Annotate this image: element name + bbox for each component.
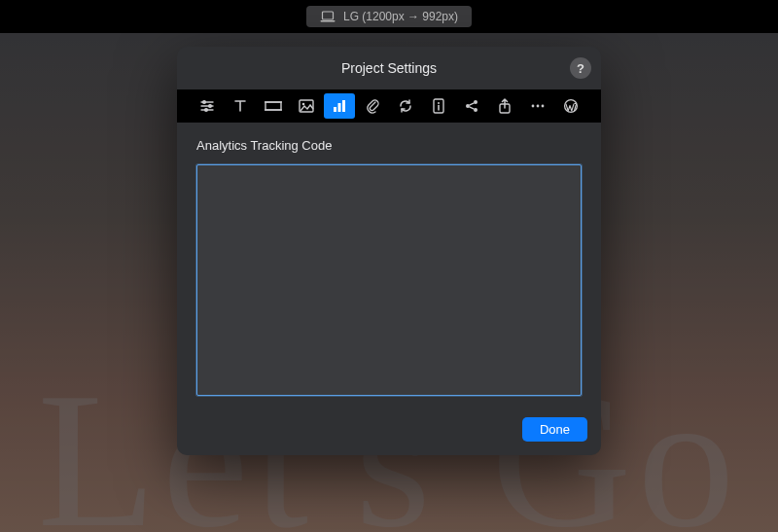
modal-title: Project Settings — [341, 60, 437, 76]
text-icon[interactable] — [225, 93, 256, 119]
analytics-code-textarea[interactable] — [196, 164, 582, 396]
svg-point-6 — [209, 105, 212, 108]
svg-rect-14 — [338, 103, 341, 112]
info-icon[interactable] — [423, 93, 454, 119]
svg-rect-8 — [265, 102, 281, 110]
svg-point-26 — [537, 105, 540, 108]
attachment-icon[interactable] — [357, 93, 388, 119]
svg-rect-13 — [334, 107, 336, 112]
modal-header: Project Settings ? — [177, 47, 601, 89]
settings-sliders-icon[interactable] — [192, 93, 223, 119]
image-icon[interactable] — [291, 93, 322, 119]
analytics-code-label: Analytics Tracking Code — [196, 138, 582, 153]
breakpoint-indicator[interactable]: LG (1200px → 992px) — [306, 6, 472, 27]
svg-rect-0 — [322, 12, 333, 19]
svg-rect-15 — [342, 100, 345, 112]
project-settings-modal: Project Settings ? — [177, 47, 601, 455]
share-icon[interactable] — [456, 93, 487, 119]
svg-point-25 — [532, 105, 535, 108]
upload-icon[interactable] — [489, 93, 520, 119]
wordpress-icon[interactable] — [555, 93, 586, 119]
done-button[interactable]: Done — [522, 417, 587, 442]
svg-point-12 — [302, 103, 305, 106]
refresh-icon[interactable] — [390, 93, 421, 119]
app-stage: Let's Go LG (1200px → 992px) Project Set… — [0, 0, 778, 532]
svg-point-17 — [438, 102, 440, 104]
laptop-icon — [320, 11, 336, 22]
svg-rect-1 — [320, 20, 335, 21]
svg-line-23 — [470, 107, 475, 109]
breakpoint-label: LG (1200px → 992px) — [343, 10, 458, 23]
help-button[interactable]: ? — [570, 57, 591, 79]
analytics-icon[interactable] — [324, 93, 355, 119]
modal-body: Analytics Tracking Code — [177, 123, 601, 413]
more-icon[interactable] — [522, 93, 553, 119]
top-bar: LG (1200px → 992px) — [0, 0, 778, 33]
svg-point-27 — [542, 105, 545, 108]
svg-line-22 — [470, 103, 475, 105]
settings-tab-toolbar — [177, 89, 601, 123]
svg-point-5 — [203, 101, 206, 104]
svg-point-7 — [205, 109, 208, 112]
frame-icon[interactable] — [258, 93, 289, 119]
modal-footer: Done — [177, 413, 601, 455]
